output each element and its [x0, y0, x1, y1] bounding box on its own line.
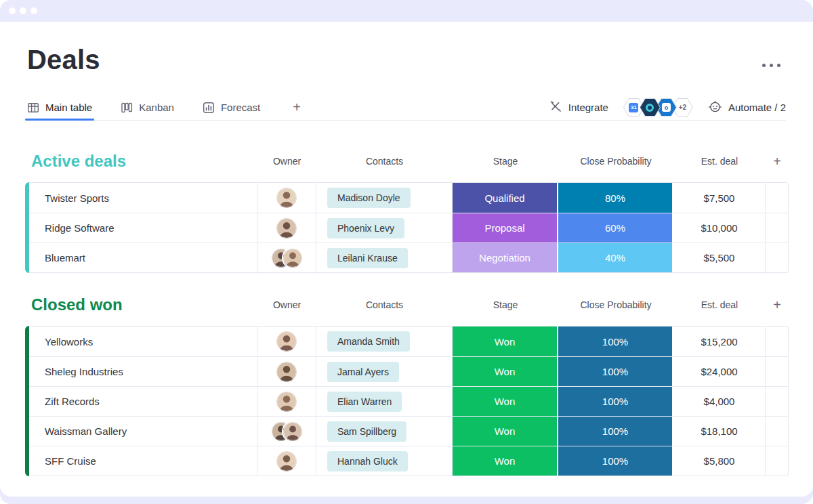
probability-cell[interactable]: 100%	[558, 387, 673, 416]
contacts-cell[interactable]: Jamal Ayers	[316, 357, 453, 386]
add-column-button[interactable]: +	[766, 297, 789, 313]
contacts-cell[interactable]: Leilani Krause	[316, 243, 453, 272]
empty-cell	[766, 213, 788, 243]
deal-name-cell[interactable]: Twister Sports	[29, 183, 257, 213]
contacts-cell[interactable]: Amanda Smith	[316, 327, 453, 356]
owner-avatar	[276, 451, 297, 471]
stage-cell[interactable]: Proposal	[453, 213, 558, 243]
contact-chip[interactable]: Phoenix Levy	[327, 218, 404, 238]
owner-cell[interactable]	[257, 417, 316, 446]
column-header-contacts[interactable]: Contacts	[316, 156, 453, 167]
deal-value-cell[interactable]: $5,500	[673, 243, 766, 272]
window-control-dot[interactable]	[9, 7, 16, 14]
window-control-dot[interactable]	[20, 7, 26, 14]
tab-kanban[interactable]: Kanban	[121, 95, 174, 120]
deal-value-cell[interactable]: $4,000	[673, 387, 766, 416]
owner-cell[interactable]	[257, 213, 316, 243]
add-view-button[interactable]: +	[293, 100, 301, 115]
empty-cell	[766, 387, 788, 416]
tab-forecast[interactable]: Forecast	[203, 95, 260, 120]
deal-value-cell[interactable]: $10,000	[673, 213, 766, 243]
column-header-stage[interactable]: Stage	[453, 156, 558, 167]
stage-cell[interactable]: Negotiation	[453, 243, 558, 272]
contacts-cell[interactable]: Elian Warren	[316, 387, 453, 416]
empty-cell	[766, 357, 788, 386]
contact-chip[interactable]: Madison Doyle	[327, 188, 411, 208]
robot-icon	[708, 100, 722, 116]
deals-table: Yelloworks Amanda Smith Won 100% $15,200…	[28, 326, 789, 476]
table-row: Bluemart Leilani Krause Negotiation 40% …	[29, 243, 788, 272]
column-header-owner[interactable]: Owner	[257, 156, 316, 167]
contacts-cell[interactable]: Phoenix Levy	[316, 213, 453, 243]
deal-value-cell[interactable]: $15,200	[673, 327, 766, 356]
board-menu-button[interactable]	[759, 61, 783, 70]
column-header-probability[interactable]: Close Probability	[558, 156, 673, 167]
contact-chip[interactable]: Jamal Ayers	[327, 362, 399, 382]
column-header-deal[interactable]: Est. deal	[673, 299, 766, 310]
kanban-icon	[121, 102, 133, 114]
contacts-cell[interactable]: Hannah Gluck	[316, 446, 453, 476]
table-row: SFF Cruise Hannah Gluck Won 100% $5,800	[29, 446, 788, 476]
column-header-contacts[interactable]: Contacts	[316, 299, 453, 310]
automate-button[interactable]: Automate / 2	[708, 100, 786, 116]
contact-chip[interactable]: Amanda Smith	[327, 331, 410, 352]
deal-name-cell[interactable]: Zift Records	[29, 387, 257, 416]
column-header-deal[interactable]: Est. deal	[673, 156, 766, 167]
contacts-cell[interactable]: Sam Spillberg	[316, 417, 453, 446]
owner-cell[interactable]	[257, 357, 316, 386]
deal-name-cell[interactable]: SFF Cruise	[29, 446, 257, 476]
tab-main-table[interactable]: Main table	[27, 95, 92, 120]
deal-value-cell[interactable]: $24,000	[673, 357, 766, 386]
stage-cell[interactable]: Won	[453, 446, 558, 476]
deal-name-cell[interactable]: Waissman Gallery	[29, 417, 257, 446]
probability-cell[interactable]: 80%	[558, 183, 673, 213]
contacts-cell[interactable]: Madison Doyle	[316, 183, 453, 213]
deal-group: Active deals Owner Contacts Stage Close …	[24, 148, 789, 273]
deal-name-cell[interactable]: Sheleg Industries	[29, 357, 257, 386]
column-header-probability[interactable]: Close Probability	[558, 299, 673, 310]
view-tabs: Main table Kanban Forecast	[27, 95, 260, 120]
ellipsis-icon	[770, 64, 773, 67]
deal-value-cell[interactable]: $5,800	[673, 446, 766, 476]
deal-name-cell[interactable]: Yelloworks	[29, 327, 257, 356]
deal-value-cell[interactable]: $18,100	[673, 417, 766, 446]
empty-cell	[766, 327, 788, 356]
owner-cell[interactable]	[257, 243, 316, 272]
probability-cell[interactable]: 100%	[558, 357, 673, 386]
empty-cell	[766, 183, 788, 213]
contact-chip[interactable]: Elian Warren	[327, 392, 402, 412]
owner-cell[interactable]	[257, 183, 316, 213]
probability-cell[interactable]: 40%	[558, 243, 673, 272]
stage-cell[interactable]: Won	[453, 417, 558, 446]
view-tab-bar: Main table Kanban Forecast + Integrate	[27, 95, 786, 121]
board-actions: Integrate 31 o +2	[549, 95, 786, 120]
column-header-stage[interactable]: Stage	[453, 299, 558, 310]
probability-cell[interactable]: 100%	[558, 327, 673, 356]
stage-cell[interactable]: Qualified	[453, 183, 558, 213]
board-groups: Active deals Owner Contacts Stage Close …	[24, 148, 789, 476]
stage-cell[interactable]: Won	[453, 387, 558, 416]
table-row: Waissman Gallery Sam Spillberg Won 100% …	[29, 416, 788, 446]
column-header-owner[interactable]: Owner	[257, 299, 316, 310]
deal-name-cell[interactable]: Bluemart	[29, 243, 257, 272]
stage-cell[interactable]: Won	[453, 327, 558, 356]
connected-apps-button[interactable]: 31 o +2	[623, 98, 693, 117]
owner-cell[interactable]	[257, 446, 316, 476]
integrate-button[interactable]: Integrate	[549, 100, 608, 115]
owner-cell[interactable]	[257, 327, 316, 356]
probability-cell[interactable]: 60%	[558, 213, 673, 243]
empty-cell	[766, 417, 788, 446]
contact-chip[interactable]: Hannah Gluck	[327, 451, 408, 471]
deal-value-cell[interactable]: $7,500	[673, 183, 766, 213]
owner-cell[interactable]	[257, 387, 316, 416]
contact-chip[interactable]: Leilani Krause	[327, 248, 408, 268]
probability-cell[interactable]: 100%	[558, 446, 673, 476]
window-titlebar	[0, 0, 813, 22]
add-column-button[interactable]: +	[766, 154, 789, 169]
deal-name-cell[interactable]: Ridge Software	[29, 213, 257, 243]
empty-cell	[766, 446, 788, 476]
stage-cell[interactable]: Won	[453, 357, 558, 386]
contact-chip[interactable]: Sam Spillberg	[327, 421, 406, 442]
probability-cell[interactable]: 100%	[558, 417, 673, 446]
window-control-dot[interactable]	[30, 7, 37, 14]
